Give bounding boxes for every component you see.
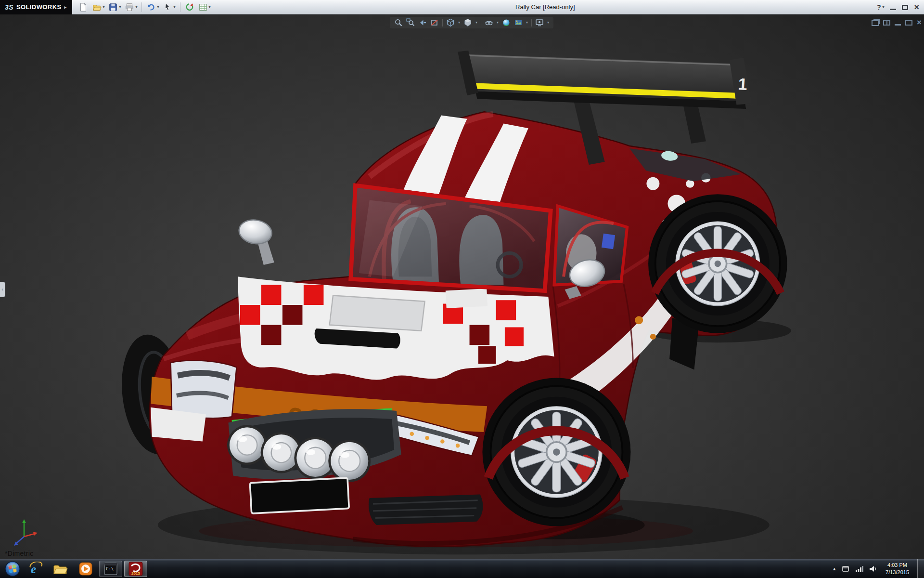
rebuild-button[interactable] (183, 1, 196, 13)
close-document-icon[interactable]: × (917, 18, 922, 26)
maximize-document-icon[interactable] (905, 20, 912, 26)
tile-windows-icon[interactable] (883, 20, 890, 26)
open-icon (92, 2, 102, 12)
fog-lamp (227, 425, 267, 465)
internet-explorer-icon: e (28, 562, 43, 576)
minimize-button[interactable] (890, 9, 896, 10)
edit-appearance-icon[interactable] (502, 18, 511, 27)
document-window-controls: × (872, 18, 922, 26)
svg-text:C:\: C:\ (106, 566, 114, 571)
tray-application-icon[interactable] (842, 565, 849, 573)
hide-show-items-icon[interactable] (485, 18, 493, 27)
start-button[interactable] (3, 559, 22, 578)
help-button[interactable]: ?▾ (877, 3, 885, 11)
menu-expand-arrow-icon[interactable]: ▸ (64, 5, 67, 10)
license-plate (250, 478, 349, 513)
section-view-icon[interactable] (430, 18, 439, 27)
new-document-icon (78, 2, 88, 12)
command-prompt-icon: C:\ (103, 562, 118, 576)
taskbar-windows-explorer[interactable] (49, 561, 72, 577)
dassault-logo-icon: 3S (5, 3, 13, 11)
print-icon (125, 2, 134, 12)
open-button[interactable]: ▾ (90, 1, 106, 13)
select-button[interactable]: ▾ (161, 1, 177, 13)
taskbar-command-prompt[interactable]: C:\ (99, 561, 122, 577)
clock-date: 7/13/2015 (886, 569, 909, 576)
minimize-document-icon[interactable] (895, 24, 901, 26)
maximize-button[interactable] (902, 5, 908, 10)
toolbar-separator (141, 2, 142, 12)
taskbar-internet-explorer[interactable]: e (24, 561, 47, 577)
window-title: Rally Car [Read-only] (515, 3, 575, 11)
graphics-area[interactable]: ▾ ▾ ▾ ▾ ▾ × ‹ (0, 14, 924, 559)
reference-triad (11, 517, 39, 548)
rebuild-icon (185, 2, 194, 12)
clock-time: 4:03 PM (886, 562, 909, 569)
undo-button[interactable]: ▾ (145, 1, 160, 13)
display-style-icon[interactable] (463, 18, 472, 27)
windows-taskbar: e C:\ (0, 559, 924, 578)
solidworks-icon: 2015 (128, 562, 143, 576)
show-hidden-icons-button[interactable]: ▲ (832, 566, 836, 571)
select-cursor-icon (163, 2, 172, 12)
undo-icon (146, 2, 156, 12)
media-player-icon (78, 562, 93, 576)
window-controls: ?▾ × (877, 0, 919, 14)
apply-scene-icon[interactable] (514, 18, 523, 27)
left-mirror[interactable] (237, 217, 274, 264)
left-headlight (171, 360, 237, 418)
hud-separator (442, 19, 443, 26)
save-icon (108, 2, 118, 12)
toolbar-separator (180, 2, 180, 12)
titlebar: 3S SOLIDWORKS ▸ ▾ ▾ ▾ ▾ (0, 0, 924, 14)
solidworks-brand: 3S SOLIDWORKS ▸ (0, 0, 72, 14)
svg-text:2015: 2015 (131, 571, 140, 576)
show-desktop-button[interactable] (917, 559, 924, 578)
folder-icon (53, 562, 68, 576)
zoom-to-area-icon[interactable] (406, 18, 415, 27)
spoiler-number: 1 (737, 75, 748, 93)
solidworks-window: 3S SOLIDWORKS ▸ ▾ ▾ ▾ ▾ (0, 0, 924, 578)
view-orientation-icon[interactable] (446, 18, 455, 27)
fog-lamp (328, 440, 371, 482)
previous-view-icon[interactable] (418, 18, 427, 27)
view-orientation-label: *Dimetric (5, 550, 33, 557)
print-button[interactable]: ▾ (123, 1, 139, 13)
taskbar-solidworks[interactable]: 2015 (124, 561, 147, 577)
view-settings-icon[interactable] (535, 18, 544, 27)
close-button[interactable]: × (914, 3, 919, 12)
new-document-button[interactable] (77, 1, 90, 13)
standard-toolbar: ▾ ▾ ▾ ▾ ▾ (72, 1, 217, 13)
options-table-icon (198, 2, 208, 12)
brand-label: SOLIDWORKS (16, 3, 62, 11)
network-icon[interactable] (855, 565, 863, 573)
hud-separator (531, 19, 532, 26)
featuremanager-flyout-tab[interactable]: ‹ (0, 282, 5, 297)
restore-group-icon[interactable] (872, 20, 879, 26)
svg-text:e: e (31, 563, 36, 576)
volume-icon[interactable] (869, 565, 877, 573)
zoom-to-fit-icon[interactable] (394, 18, 403, 27)
hud-separator (481, 19, 481, 26)
rally-car-model[interactable]: 2012 (113, 29, 796, 559)
heads-up-view-toolbar: ▾ ▾ ▾ ▾ ▾ (390, 17, 553, 28)
options-button[interactable]: ▾ (197, 1, 212, 13)
taskbar-media-player[interactable] (74, 561, 97, 577)
windows-logo-icon (4, 561, 21, 577)
save-button[interactable]: ▾ (107, 1, 122, 13)
taskbar-clock[interactable]: 4:03 PM 7/13/2015 (883, 562, 912, 576)
system-tray: ▲ 4:03 PM 7/13/2015 (832, 559, 924, 578)
